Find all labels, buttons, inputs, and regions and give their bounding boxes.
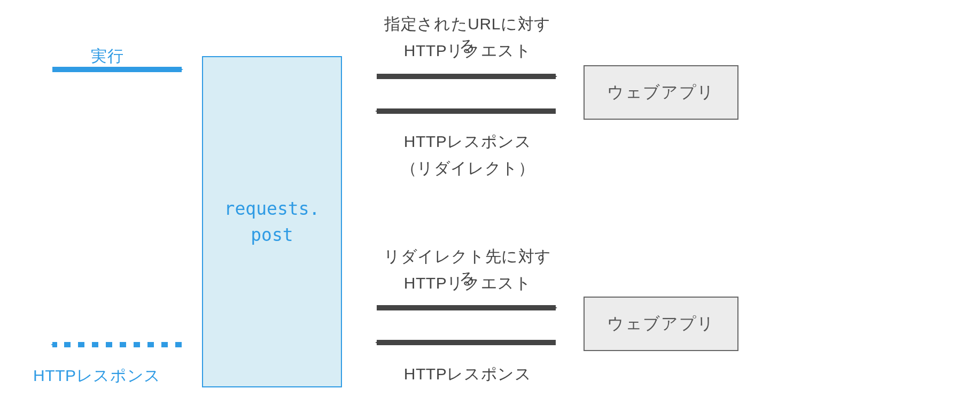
request2-label-line2: HTTPリクエスト: [377, 273, 558, 294]
webapp-label-2: ウェブアプリ: [607, 313, 714, 335]
left-response-label: HTTPレスポンス: [33, 365, 161, 387]
requests-label-line2: post: [251, 224, 293, 245]
webapp-label-1: ウェブアプリ: [607, 81, 714, 104]
request1-label-line2: HTTPリクエスト: [377, 40, 558, 62]
response1-label-line1: HTTPレスポンス: [377, 131, 558, 153]
webapp-box-2: ウェブアプリ: [584, 297, 738, 351]
diagram-container: requests. post ウェブアプリ ウェブアプリ 実行 HTTPレスポン…: [0, 0, 980, 420]
response1-label-line2: （リダイレクト）: [377, 158, 558, 180]
webapp-box-1: ウェブアプリ: [584, 65, 738, 120]
requests-label-line1: requests.: [224, 198, 320, 219]
execute-label: 実行: [91, 45, 123, 67]
requests-post-box: requests. post: [202, 56, 342, 387]
response2-label-line1: HTTPレスポンス: [377, 363, 558, 385]
arrows-svg: [0, 0, 980, 420]
